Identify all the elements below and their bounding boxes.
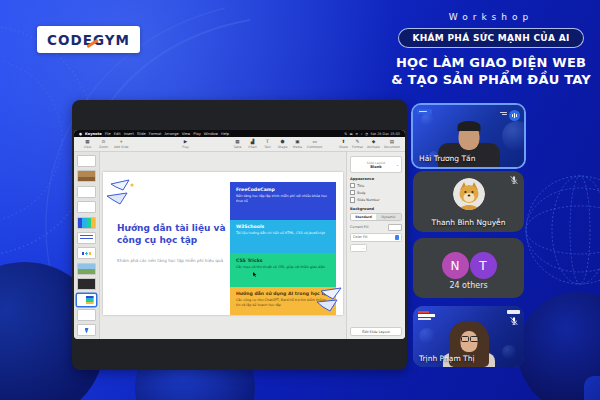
wireframe-globe-right <box>518 168 600 298</box>
appearance-heading: Appearance <box>350 177 402 181</box>
audio-wave-icon <box>509 110 520 121</box>
toolbar-zoom-button[interactable]: ⊙Zoom <box>98 139 109 149</box>
toolbar-view-button[interactable]: ▦View <box>82 139 93 149</box>
background-text-decor <box>502 114 507 115</box>
slide-subtitle: Khám phá các nền tảng học tập miễn phí h… <box>117 258 247 263</box>
mac-menu-bar: ● KeynoteFileEditInsertSlideFormatArrang… <box>74 130 405 137</box>
current-fill-label: Current Fill <box>350 225 368 229</box>
menu-play[interactable]: Play <box>193 132 201 136</box>
mic-off-icon <box>509 316 519 326</box>
menu-file[interactable]: File <box>105 132 111 136</box>
menu-window[interactable]: Window <box>204 132 218 136</box>
menu-bar-status: ⇅ ▬ ≋ ⌕ ◔ Sat 28 Dec 15:03 <box>344 132 400 136</box>
participant-tile-2[interactable]: Thanh Bình Nguyễn <box>413 171 524 232</box>
toolbar-document-button[interactable]: ▤Document <box>384 139 400 149</box>
dog-avatar <box>453 178 485 210</box>
screen-share-tile[interactable]: ● KeynoteFileEditInsertSlideFormatArrang… <box>72 100 407 370</box>
menu-bar-clock[interactable]: Sat 28 Dec 15:03 <box>371 132 400 136</box>
participant-tile-1[interactable]: Hải Trương Tấn <box>411 103 526 169</box>
slide-thumbnail[interactable] <box>77 170 96 182</box>
toolbar-play-button[interactable]: ▶Play <box>180 139 191 149</box>
edit-slide-layout-button[interactable]: Edit Slide Layout <box>350 327 402 336</box>
spotlight-icon[interactable]: ⌕ <box>361 132 363 136</box>
avatar-n: N <box>442 252 469 279</box>
slide-thumbnail[interactable] <box>77 309 96 321</box>
mic-off-icon <box>509 175 519 185</box>
slide-thumbnail[interactable] <box>77 186 96 198</box>
menu-edit[interactable]: Edit <box>114 132 121 136</box>
keynote-toolbar: ▦View⊙Zoom+Add Slide ▶Play ▦Table▟ChartT… <box>74 137 405 152</box>
color-fill-swatch[interactable] <box>395 235 400 240</box>
slide-thumbnail[interactable] <box>77 247 96 259</box>
chevron-down-icon: ⌄ <box>396 162 399 167</box>
menu-slide[interactable]: Slide <box>137 132 146 136</box>
menu-format[interactable]: Format <box>149 132 162 136</box>
wifi-icon[interactable]: ≋ <box>355 132 358 136</box>
airplay-icon[interactable]: ⇅ <box>344 132 347 136</box>
background-mode-standard[interactable]: Standard <box>351 214 376 220</box>
paper-plane-doodle <box>105 178 139 208</box>
toolbar-media-button[interactable]: ▣Media <box>292 139 303 149</box>
participant-name: Trịnh Phạm Thị <box>419 354 475 363</box>
appearance-option-body[interactable]: Body <box>350 190 402 195</box>
toolbar-table-button[interactable]: ▦Table <box>232 139 243 149</box>
slide-thumbnail[interactable] <box>77 155 96 167</box>
resource-card-desc: Tài liệu hướng dẫn chi tiết về HTML, CSS… <box>236 231 330 236</box>
slide-layout-value: Blank <box>370 165 382 169</box>
slide-layout-selector[interactable]: Slide Layout Blank ⌄ <box>350 156 402 173</box>
background-mode-segmented[interactable]: StandardDynamic <box>350 213 402 221</box>
participant-tile-4[interactable]: Trịnh Phạm Thị <box>413 306 524 367</box>
event-title-line2: & TẠO SẢN PHẨM ĐẦU TAY <box>383 72 599 89</box>
slide-thumbnail[interactable] <box>77 217 96 229</box>
background-bubble <box>419 328 435 344</box>
menu-keynote[interactable]: Keynote <box>85 132 102 136</box>
toolbar-share-button[interactable]: ⬆Share <box>338 139 349 149</box>
background-bubble <box>502 345 516 359</box>
participant-name: Thanh Bình Nguyễn <box>413 218 524 227</box>
meeting-window: CODEGYM Workshop KHÁM PHÁ SỨC MẠNH CỦA A… <box>0 0 600 400</box>
control-center-icon[interactable]: ◔ <box>365 132 368 136</box>
resource-card-3: CSS TricksCác mẹo và thủ thuật về CSS, g… <box>230 253 336 287</box>
menu-insert[interactable]: Insert <box>124 132 134 136</box>
toolbar-shape-button[interactable]: ⬟Shape <box>277 139 288 149</box>
slide-thumbnail[interactable] <box>77 324 96 336</box>
format-panel: Slide Layout Blank ⌄ Appearance TitleBod… <box>346 152 405 339</box>
slide-navigator[interactable] <box>74 152 100 339</box>
background-bubble <box>421 113 434 126</box>
resource-card-desc: Các mẹo và thủ thuật về CSS, giúp cải th… <box>236 265 330 270</box>
background-text-overlay <box>418 311 435 321</box>
menu-arrange[interactable]: Arrange <box>164 132 178 136</box>
background-mode-dynamic[interactable]: Dynamic <box>376 214 401 220</box>
slide-thumbnail[interactable] <box>77 232 96 244</box>
keynote-screenshot: ● KeynoteFileEditInsertSlideFormatArrang… <box>74 130 405 339</box>
participant-tile-overflow[interactable]: N T 24 others <box>413 238 524 298</box>
current-fill-swatch[interactable] <box>388 224 402 231</box>
menu-view[interactable]: View <box>182 132 191 136</box>
avatar-t: T <box>470 252 497 279</box>
slide-thumbnail-selected[interactable] <box>77 294 96 306</box>
slide-thumbnail[interactable] <box>77 263 96 275</box>
paper-plane-doodle-bottom <box>313 287 343 313</box>
color-fill-dropdown[interactable]: Color Fill <box>350 233 402 242</box>
appearance-option-slide-number[interactable]: Slide Number <box>350 197 402 202</box>
toolbar-chart-button[interactable]: ▟Chart <box>247 139 258 149</box>
resource-card-title: W3Schools <box>236 224 330 229</box>
event-badge: KHÁM PHÁ SỨC MẠNH CỦA AI <box>398 28 583 48</box>
apple-menu-icon[interactable]: ● <box>79 132 82 136</box>
toolbar-format-button[interactable]: ✎Format <box>352 139 363 149</box>
event-header: Workshop KHÁM PHÁ SỨC MẠNH CỦA AI HỌC LÀ… <box>383 12 599 89</box>
battery-icon: ▬ <box>350 132 353 136</box>
menu-help[interactable]: Help <box>221 132 229 136</box>
background-bubble <box>502 121 526 151</box>
background-badge <box>417 109 432 114</box>
toolbar-text-button[interactable]: TText <box>262 139 273 149</box>
slide-thumbnail[interactable] <box>77 278 96 290</box>
resource-card-title: FreeCodeCamp <box>236 187 330 192</box>
appearance-option-title[interactable]: Title <box>350 183 402 188</box>
slide-thumbnail[interactable] <box>77 201 96 213</box>
toolbar-add-slide-button[interactable]: +Add Slide <box>114 139 129 149</box>
toolbar-comment-button[interactable]: ▭Comment <box>307 139 322 149</box>
toolbar-animate-button[interactable]: ◆Animate <box>367 139 380 149</box>
opacity-stepper[interactable]: ⌵ <box>350 244 367 252</box>
decor-square <box>584 376 600 400</box>
